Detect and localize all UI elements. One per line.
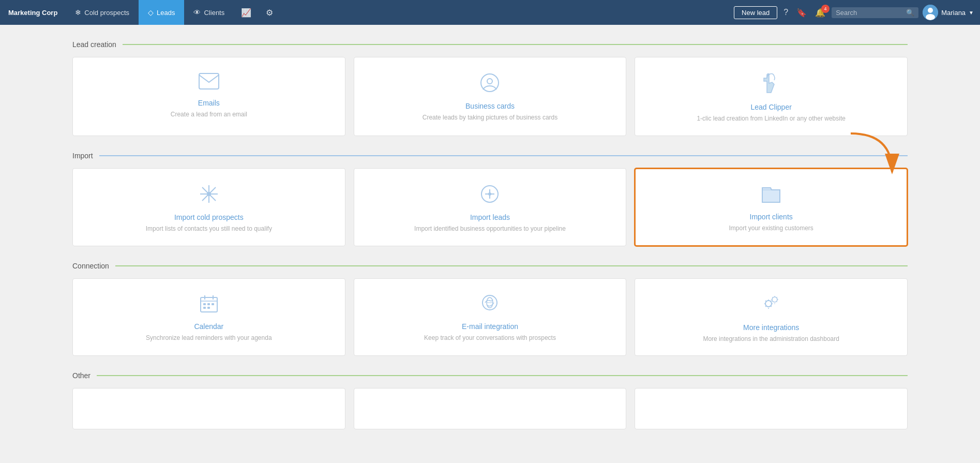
svg-rect-20: [203, 303, 206, 305]
card-other-2[interactable]: [354, 388, 627, 429]
notification-badge: 4: [821, 5, 830, 13]
help-button[interactable]: ?: [781, 6, 790, 19]
section-import: Import: [72, 152, 908, 246]
bookmark-icon: 🔖: [796, 8, 807, 17]
leads-icon: ◇: [148, 8, 154, 17]
email-integration-title: E-mail integration: [462, 322, 518, 331]
user-menu[interactable]: Mariana ▼: [923, 5, 974, 20]
svg-rect-22: [212, 303, 214, 305]
card-other-1[interactable]: [72, 388, 345, 429]
card-import-cold-prospects[interactable]: Import cold prospects Import lists of co…: [72, 168, 345, 246]
nav-items: ❄ Cold prospects ◇ Leads 👁 Clients 📈 ⚙: [66, 0, 734, 25]
section-connection: Connection: [72, 262, 908, 356]
svg-point-11: [207, 192, 211, 196]
avatar: [923, 5, 938, 20]
card-lead-clipper[interactable]: Lead Clipper 1-clic lead creation from L…: [635, 57, 908, 136]
section-title-other: Other: [72, 371, 91, 380]
section-header-import: Import: [72, 152, 908, 160]
section-divider-connection: [115, 265, 908, 266]
clients-icon: 👁: [193, 8, 201, 17]
calendar-title: Calendar: [194, 322, 223, 331]
svg-point-15: [488, 192, 491, 196]
nav-item-settings[interactable]: ⚙: [259, 0, 280, 25]
section-header-lead-creation: Lead creation: [72, 40, 908, 49]
svg-point-28: [765, 301, 772, 307]
card-other-3[interactable]: [635, 388, 908, 429]
nav-item-label: Clients: [204, 9, 224, 17]
emails-card-title: Emails: [198, 99, 220, 107]
card-calendar[interactable]: Calendar Synchronize lead reminders with…: [72, 278, 345, 356]
import-leads-title: Import leads: [470, 213, 510, 221]
notifications-button[interactable]: 🔔 4: [813, 6, 827, 20]
search-input[interactable]: [836, 9, 903, 17]
new-lead-button[interactable]: New lead: [734, 6, 777, 19]
email-integration-desc: Keep track of your conversations with pr…: [424, 334, 556, 342]
search-icon[interactable]: 🔍: [906, 9, 914, 17]
section-other: Other: [72, 371, 908, 429]
card-grid-lead-creation: Emails Create a lead from an email Busin…: [72, 57, 908, 136]
nav-item-clients[interactable]: 👁 Clients: [184, 0, 234, 25]
svg-point-5: [487, 79, 492, 84]
card-business-cards[interactable]: Business cards Create leads by taking pi…: [354, 57, 627, 136]
nav-item-leads[interactable]: ◇ Leads: [139, 0, 184, 25]
import-cold-prospects-icon: [199, 184, 219, 207]
business-cards-desc: Create leads by taking pictures of busin…: [423, 113, 557, 122]
nav-item-label: Cold prospects: [84, 9, 129, 17]
settings-icon: ⚙: [266, 8, 273, 18]
top-navigation: Marketing Corp ❄ Cold prospects ◇ Leads …: [0, 0, 980, 25]
card-import-clients[interactable]: Import clients Import your existing cust…: [635, 168, 908, 246]
svg-rect-3: [199, 73, 219, 89]
card-import-leads[interactable]: Import leads Import identified business …: [354, 168, 627, 246]
svg-rect-24: [207, 307, 210, 309]
business-cards-title: Business cards: [465, 102, 515, 110]
import-leads-desc: Import identified business opportunities…: [414, 225, 566, 233]
nav-item-label: Leads: [157, 9, 175, 17]
card-grid-other: [72, 388, 908, 429]
email-card-icon: [199, 73, 219, 93]
section-lead-creation: Lead creation Emails Create a lead from …: [72, 40, 908, 136]
card-email-integration[interactable]: E-mail integration Keep track of your co…: [354, 278, 627, 356]
section-header-other: Other: [72, 371, 908, 380]
import-leads-icon: [480, 184, 500, 207]
brand-logo[interactable]: Marketing Corp: [0, 0, 66, 25]
import-cold-prospects-desc: Import lists of contacts you still need …: [146, 225, 272, 233]
section-title-import: Import: [72, 152, 93, 160]
chart-icon: 📈: [241, 8, 251, 18]
user-dropdown-icon: ▼: [969, 10, 974, 16]
lead-clipper-icon: [762, 73, 780, 97]
card-emails[interactable]: Emails Create a lead from an email: [72, 57, 345, 136]
section-divider-other: [97, 375, 908, 376]
card-more-integrations[interactable]: More integrations More integrations in t…: [635, 278, 908, 356]
card-grid-import: Import cold prospects Import lists of co…: [72, 168, 908, 246]
topnav-right: New lead ? 🔖 🔔 4 🔍 Mariana ▼: [734, 5, 980, 20]
section-divider-lead-creation: [123, 44, 908, 45]
main-content: Lead creation Emails Create a lead from …: [0, 25, 980, 463]
more-integrations-desc: More integrations in the administration …: [703, 335, 839, 343]
section-header-connection: Connection: [72, 262, 908, 270]
import-clients-icon: [761, 185, 781, 206]
lead-clipper-desc: 1-clic lead creation from LinkedIn or an…: [697, 114, 845, 123]
search-box: 🔍: [832, 7, 918, 18]
nav-item-chart[interactable]: 📈: [234, 0, 259, 25]
calendar-icon: [200, 294, 218, 316]
import-clients-desc: Import your existing customers: [729, 224, 813, 233]
svg-rect-21: [207, 303, 210, 305]
card-grid-connection: Calendar Synchronize lead reminders with…: [72, 278, 908, 356]
more-integrations-icon: [760, 294, 782, 317]
more-integrations-title: More integrations: [743, 323, 799, 332]
svg-point-2: [926, 14, 935, 20]
section-title-lead-creation: Lead creation: [72, 40, 116, 49]
calendar-desc: Synchronize lead reminders with your age…: [146, 334, 272, 342]
cold-prospects-icon: ❄: [75, 8, 81, 17]
svg-point-1: [928, 8, 933, 13]
bookmarks-button[interactable]: 🔖: [794, 6, 809, 20]
nav-item-cold-prospects[interactable]: ❄ Cold prospects: [66, 0, 139, 25]
emails-card-desc: Create a lead from an email: [171, 110, 247, 119]
section-divider-import: [99, 155, 908, 156]
import-cold-prospects-title: Import cold prospects: [174, 213, 244, 221]
lead-clipper-title: Lead Clipper: [750, 103, 791, 111]
section-title-connection: Connection: [72, 262, 109, 270]
user-name: Mariana: [941, 9, 966, 17]
help-icon: ?: [783, 8, 788, 17]
svg-rect-23: [203, 307, 206, 309]
